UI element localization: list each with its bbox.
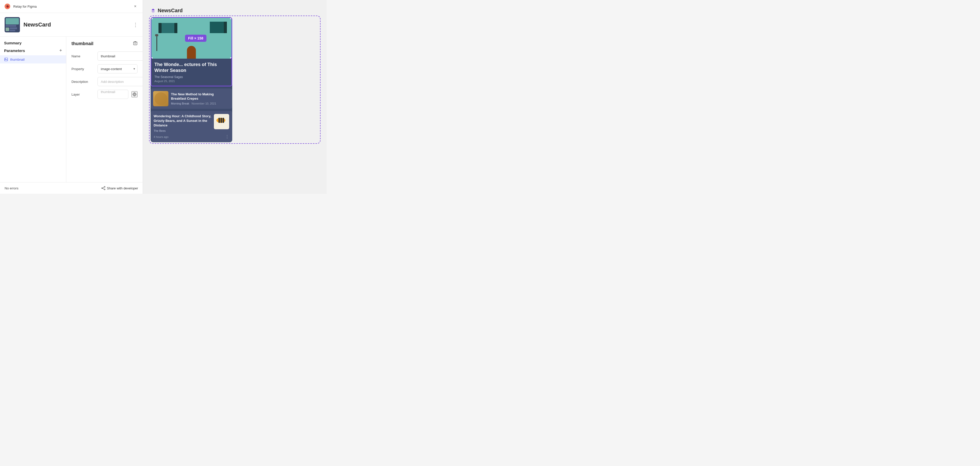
fill-tooltip: Fill × 158 <box>185 35 207 42</box>
name-field-row: Name <box>72 51 138 61</box>
bee-stripe-1 <box>218 118 220 123</box>
left-sidebar: Summary Parameters + thumbnail <box>0 37 66 182</box>
share-button[interactable]: Share with developer <box>101 186 138 190</box>
resize-handle-br[interactable] <box>230 57 231 59</box>
share-label: Share with developer <box>107 186 138 190</box>
component-more-button[interactable]: ⋮ <box>133 22 138 27</box>
description-input[interactable] <box>97 77 143 86</box>
article-2-meta: Morning Break November 10, 2021 <box>171 102 230 105</box>
featured-date: August 25, 2021 <box>154 79 228 82</box>
property-select-wrapper: image-content ▾ <box>97 64 138 73</box>
article-2-date: November 10, 2021 <box>192 102 216 105</box>
thumb-line-group <box>10 27 19 31</box>
arch-door <box>187 46 196 59</box>
property-field-row: Property image-content ▾ <box>72 64 138 73</box>
detail-header: thumbnail <box>72 41 138 46</box>
component-header: NewsCard ⋮ <box>0 13 143 37</box>
component-thumbnail <box>5 17 20 32</box>
layer-field-row: Layer thumbnail <box>72 90 138 99</box>
parameters-title: Parameters <box>4 48 25 53</box>
lamp-top <box>155 34 158 36</box>
param-thumbnail-item[interactable]: thumbnail <box>0 55 66 63</box>
description-label: Description <box>72 80 94 84</box>
article-3-source: The Bees <box>154 129 211 132</box>
detail-title: thumbnail <box>72 41 94 46</box>
lamppost <box>156 36 157 51</box>
news-card: Fill × 158 The Wonde... ectures of This … <box>151 17 232 142</box>
crepe-image <box>153 91 169 106</box>
close-button[interactable]: × <box>132 3 138 9</box>
name-input[interactable] <box>97 51 143 61</box>
window-shutter-right <box>174 23 177 33</box>
panel-body: Summary Parameters + thumbnail thumbna <box>0 37 143 182</box>
article-3-text: Wondering Hour: A Childhood Story, Grizz… <box>154 114 211 133</box>
property-select[interactable]: image-content <box>97 64 138 73</box>
left-panel: 🐞 Relay for Figma × NewsCard ⋮ Summary <box>0 0 143 194</box>
right-detail-panel: thumbnail Name Property <box>66 37 143 182</box>
summary-section-title: Summary <box>0 41 66 48</box>
bee-stripe-3 <box>223 118 224 123</box>
resize-handle-bl[interactable] <box>151 57 153 59</box>
featured-source: The Seasonal Sagas <box>154 75 228 79</box>
article-3-title: Wondering Hour: A Childhood Story, Grizz… <box>154 114 211 128</box>
featured-article: Fill × 158 The Wonde... ectures of This … <box>151 17 232 86</box>
canvas-header: NewsCard <box>151 8 319 14</box>
article-2-info: The New Method to Making Breakfast Crepe… <box>171 92 230 105</box>
crepe-overlay <box>154 92 167 105</box>
window-2 <box>210 22 224 33</box>
thumb-text-bar-3 <box>10 30 15 31</box>
thumb-text-bar-2 <box>10 27 17 29</box>
svg-point-7 <box>134 94 135 95</box>
param-thumbnail-label: thumbnail <box>10 58 24 62</box>
svg-point-13 <box>102 188 103 189</box>
svg-point-14 <box>104 189 105 190</box>
thumb-text-bar <box>6 25 16 27</box>
svg-line-16 <box>103 189 104 189</box>
app-logo: 🐞 <box>5 3 10 9</box>
article-2: The New Method to Making Breakfast Crepe… <box>151 89 232 109</box>
thumb-img-bar <box>6 18 19 24</box>
window2-shutter <box>224 22 227 33</box>
featured-image: Fill × 158 <box>151 18 231 59</box>
image-icon <box>4 57 8 62</box>
description-field-row: Description <box>72 77 138 86</box>
window-shutter-left <box>159 23 162 33</box>
article-3-more-button[interactable]: ⋮ <box>225 134 229 139</box>
news-card-outer: Fill × 158 The Wonde... ectures of This … <box>151 17 319 142</box>
panel-footer: No errors Share with developer <box>0 182 143 194</box>
bee-image <box>214 114 229 129</box>
article-2-title: The New Method to Making Breakfast Crepe… <box>171 92 230 101</box>
no-errors-label: No errors <box>5 186 18 190</box>
article-3-content: Wondering Hour: A Childhood Story, Grizz… <box>154 114 229 133</box>
featured-title: The Wonde... ectures of This Winter Seas… <box>154 62 228 74</box>
delete-button[interactable] <box>133 41 138 46</box>
svg-point-6 <box>133 93 136 96</box>
parameters-section-header: Parameters + <box>0 48 66 55</box>
name-label: Name <box>72 54 94 58</box>
bee-stripe-2 <box>221 118 222 123</box>
article-3-footer: 4 hours ago ⋮ <box>154 134 229 139</box>
article-2-source: Morning Break <box>171 102 189 105</box>
canvas-title: NewsCard <box>158 8 183 14</box>
target-layer-button[interactable] <box>131 91 138 97</box>
relay-logo-icon <box>151 8 156 13</box>
layer-label: Layer <box>72 92 94 97</box>
right-canvas: NewsCard <box>143 0 327 194</box>
component-name: NewsCard <box>24 21 129 28</box>
add-parameter-button[interactable]: + <box>59 48 62 53</box>
window-1 <box>162 23 174 33</box>
thumb-small-img <box>6 27 9 31</box>
app-title: Relay for Figma <box>13 5 37 8</box>
property-label: Property <box>72 67 94 71</box>
panel-header: 🐞 Relay for Figma × <box>0 0 143 13</box>
svg-rect-2 <box>134 42 137 45</box>
resize-handle-tr[interactable] <box>230 18 231 19</box>
featured-info: The Wonde... ectures of This Winter Seas… <box>151 59 231 86</box>
thumb-row <box>6 27 19 31</box>
svg-line-15 <box>103 187 104 188</box>
panel-header-left: 🐞 Relay for Figma <box>5 3 37 9</box>
article-2-img <box>153 91 169 106</box>
resize-handle-tl[interactable] <box>151 18 153 19</box>
layer-value: thumbnail <box>97 90 128 99</box>
article-3-time: 4 hours ago <box>154 135 169 138</box>
